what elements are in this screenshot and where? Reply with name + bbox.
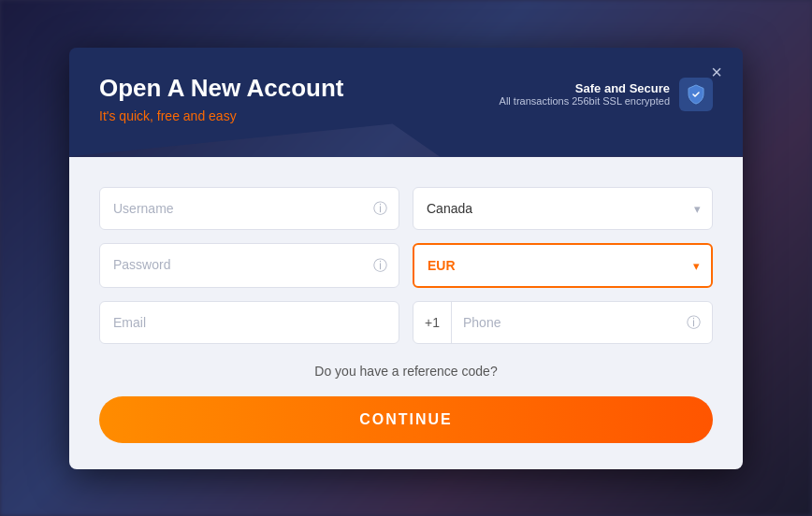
modal-subtitle: It's quick, free and easy bbox=[99, 108, 343, 123]
phone-code: +1 bbox=[413, 302, 452, 343]
form-grid: ⓘ Canada United States United Kingdom Au… bbox=[99, 187, 713, 344]
password-field-wrap: ⓘ bbox=[99, 243, 399, 288]
username-input[interactable] bbox=[100, 188, 399, 229]
modal-body: ⓘ Canada United States United Kingdom Au… bbox=[69, 157, 743, 469]
email-input[interactable] bbox=[100, 302, 399, 343]
secure-title: Safe and Secure bbox=[500, 81, 670, 95]
currency-field-wrap: EUR USD GBP CAD ▾ bbox=[413, 243, 713, 288]
secure-info: Safe and Secure All transactions 256bit … bbox=[500, 81, 670, 107]
reference-code-row: Do you have a reference code? bbox=[99, 363, 713, 380]
secure-subtitle: All transactions 256bit SSL encrypted bbox=[500, 95, 670, 107]
phone-input-inner: ⓘ bbox=[452, 302, 712, 343]
phone-input[interactable] bbox=[452, 302, 712, 343]
username-field-wrap: ⓘ bbox=[99, 187, 399, 230]
continue-button[interactable]: CONTINUE bbox=[99, 396, 713, 443]
currency-select[interactable]: EUR USD GBP CAD bbox=[414, 245, 711, 286]
modal-header: Open A New Account It's quick, free and … bbox=[69, 48, 743, 157]
registration-modal: Open A New Account It's quick, free and … bbox=[69, 48, 743, 469]
country-select[interactable]: Canada United States United Kingdom Aust… bbox=[413, 188, 712, 229]
phone-field-wrap: +1 ⓘ bbox=[413, 301, 713, 344]
phone-info-icon: ⓘ bbox=[687, 313, 701, 331]
modal-title: Open A New Account bbox=[99, 74, 343, 103]
reference-code-link[interactable]: Do you have a reference code? bbox=[314, 364, 497, 379]
password-input[interactable] bbox=[100, 244, 399, 285]
header-left: Open A New Account It's quick, free and … bbox=[99, 74, 343, 123]
close-button[interactable]: × bbox=[705, 61, 728, 83]
email-field-wrap bbox=[99, 301, 399, 344]
country-field-wrap: Canada United States United Kingdom Aust… bbox=[413, 187, 713, 230]
header-right: Safe and Secure All transactions 256bit … bbox=[500, 74, 713, 111]
